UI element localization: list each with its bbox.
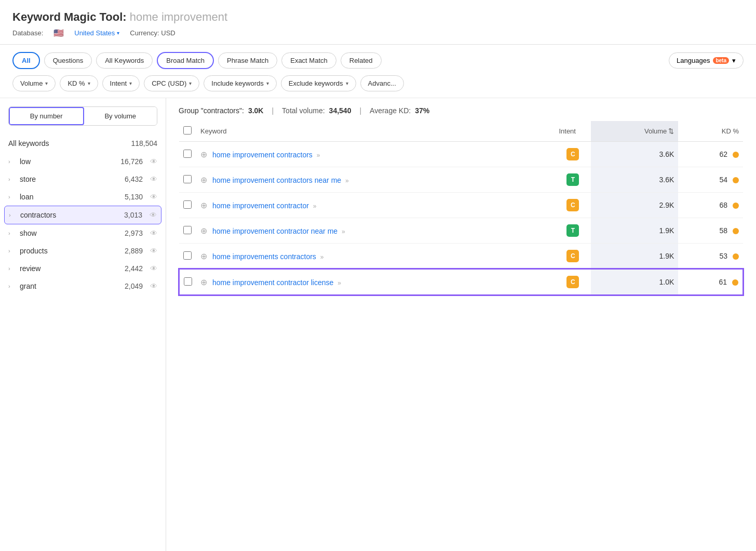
table-row: ⊕ home improvements contractors » C 1.9K… [179,244,743,270]
cpc-filter[interactable]: CPC (USD) ▾ [144,75,199,91]
sidebar-item-loan[interactable]: › loan 5,130 👁 [0,188,166,206]
item-count-review: 2,442 [125,264,143,273]
eye-icon[interactable]: 👁 [150,175,157,183]
keyword-link[interactable]: home improvement contractor license [212,278,333,287]
eye-icon[interactable]: 👁 [150,193,157,201]
kd-cell: 62 [678,142,743,167]
item-count-store: 6,432 [125,175,143,183]
row-checkbox[interactable] [183,226,192,234]
keyword-link[interactable]: home improvement contractors [212,151,313,159]
row-checkbox[interactable] [183,175,192,183]
sidebar-item-low[interactable]: › low 16,726 👁 [0,153,166,170]
all-keywords-count: 118,504 [131,139,157,147]
intent-cell: T [555,218,591,244]
include-keywords-filter[interactable]: Include keywords ▾ [204,75,276,91]
country-selector[interactable]: United States ▾ [74,29,119,37]
search-term: home improvement [130,10,227,23]
tab-all[interactable]: All [12,52,40,69]
keyword-link[interactable]: home improvements contractors [212,252,316,261]
total-volume-label: Total volume: [282,106,325,115]
kd-cell: 68 [678,193,743,218]
keyword-cell: ⊕ home improvement contractor » [196,193,555,218]
chevron-down-icon: ▾ [129,80,132,86]
exclude-keywords-filter[interactable]: Exclude keywords ▾ [281,75,356,91]
sort-by-volume-button[interactable]: By volume [84,107,157,125]
cpc-label: CPC (USD) [152,79,186,87]
add-to-list-icon[interactable]: ⊕ [200,226,207,235]
sidebar-item-show[interactable]: › show 2,973 👁 [0,224,166,242]
keyword-link[interactable]: home improvement contractor [212,201,309,210]
sidebar-item-review[interactable]: › review 2,442 👁 [0,260,166,277]
tab-exact-match[interactable]: Exact Match [281,52,336,69]
add-to-list-icon[interactable]: ⊕ [200,252,207,261]
advanced-filter[interactable]: Advanc... [360,75,404,91]
eye-icon[interactable]: 👁 [150,157,157,166]
item-label-products: products [20,247,120,255]
keyword-table: Keyword Intent Volume ⇅ KD % [179,121,744,295]
row-checkbox[interactable] [183,251,192,260]
eye-icon[interactable]: 👁 [150,229,157,237]
volume-header[interactable]: Volume ⇅ [591,121,678,142]
kd-indicator [733,177,739,183]
kd-filter[interactable]: KD % ▾ [60,75,98,91]
eye-icon[interactable]: 👁 [150,264,157,273]
keyword-cell: ⊕ home improvements contractors » [196,244,555,270]
row-checkbox[interactable] [184,277,192,286]
volume-cell: 1.9K [591,218,678,244]
intent-cell: C [555,193,591,218]
sidebar-item-products[interactable]: › products 2,889 👁 [0,242,166,260]
eye-icon[interactable]: 👁 [150,211,157,219]
eye-icon[interactable]: 👁 [150,282,157,290]
separator2: | [359,106,361,115]
chevron-down-icon: ▾ [88,80,90,86]
content-area: Group "contractors": 3.0K | Total volume… [166,98,756,551]
item-label-loan: loan [20,193,120,201]
languages-button[interactable]: Languages beta ▾ [669,52,744,69]
keyword-cell: ⊕ home improvement contractors » [196,142,555,167]
sidebar-item-store[interactable]: › store 6,432 👁 [0,170,166,188]
separator: | [272,106,274,115]
page-container: Keyword Magic Tool: home improvement Dat… [0,0,756,551]
kd-indicator [733,203,739,209]
page-title: Keyword Magic Tool: home improvement [12,10,744,24]
check-cell [179,193,196,218]
tab-related[interactable]: Related [341,52,382,69]
tab-phrase-match[interactable]: Phrase Match [218,52,277,69]
currency-label: Currency: USD [130,29,175,37]
total-volume-value: 34,540 [329,106,352,115]
tab-broad-match[interactable]: Broad Match [157,52,214,69]
filter-bar: Volume ▾ KD % ▾ Intent ▾ CPC (USD) ▾ Inc… [0,69,756,98]
sidebar-item-grant[interactable]: › grant 2,049 👁 [0,277,166,295]
intent-filter[interactable]: Intent ▾ [102,75,140,91]
kd-indicator [733,253,739,260]
intent-cell: C [555,142,591,167]
volume-cell: 3.6K [591,142,678,167]
sort-icon: ⇅ [668,127,674,135]
row-checkbox[interactable] [183,150,192,158]
add-to-list-icon[interactable]: ⊕ [200,176,207,184]
volume-cell: 1.0K [591,269,678,295]
expand-icon: › [8,283,16,289]
kd-cell: 53 [678,244,743,270]
keyword-link[interactable]: home improvement contractor near me [212,227,338,235]
keyword-link[interactable]: home improvement contractors near me [212,176,341,184]
volume-filter[interactable]: Volume ▾ [12,75,56,91]
eye-icon[interactable]: 👁 [150,247,157,255]
item-count-low: 16,726 [120,157,143,166]
sort-by-number-button[interactable]: By number [9,107,84,125]
tab-questions[interactable]: Questions [44,52,92,69]
intent-cell: C [555,269,591,295]
intent-badge-t: T [566,224,579,237]
item-count-products: 2,889 [125,247,143,255]
item-label-store: store [20,175,120,183]
tab-all-keywords[interactable]: All Keywords [96,52,153,69]
select-all-checkbox[interactable] [183,126,192,135]
sidebar-item-contractors[interactable]: › contractors 3,013 👁 [4,206,161,224]
row-checkbox[interactable] [183,200,192,209]
add-to-list-icon[interactable]: ⊕ [200,201,207,210]
all-keywords-row[interactable]: All keywords 118,504 [0,134,166,153]
add-to-list-icon[interactable]: ⊕ [200,150,207,159]
expand-icon: › [8,194,16,200]
intent-badge-t: T [566,173,579,186]
add-to-list-icon[interactable]: ⊕ [200,278,207,287]
